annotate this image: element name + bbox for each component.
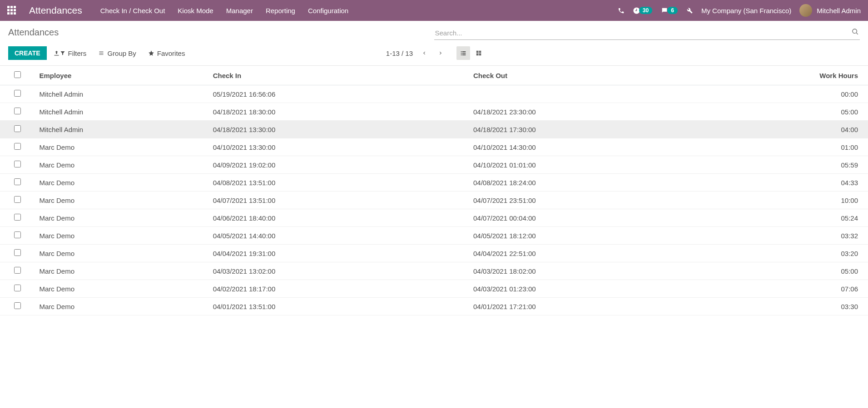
row-checkbox[interactable] — [14, 143, 21, 150]
cell-checkout: 04/07/2021 00:04:00 — [469, 209, 729, 227]
cell-employee: Marc Demo — [35, 209, 208, 227]
activities-button[interactable]: 30 — [633, 7, 652, 15]
cell-employee: Marc Demo — [35, 156, 208, 174]
cell-workhours: 05:00 — [729, 103, 868, 121]
cell-workhours: 10:00 — [729, 192, 868, 209]
select-all-checkbox[interactable] — [14, 71, 21, 78]
search-bar — [434, 27, 860, 40]
row-checkbox[interactable] — [14, 125, 21, 132]
pager-text[interactable]: 1-13 / 13 — [386, 49, 413, 57]
cell-employee: Marc Demo — [35, 280, 208, 298]
row-checkbox[interactable] — [14, 90, 21, 97]
table-row[interactable]: Mitchell Admin05/19/2021 16:56:0600:00 — [0, 85, 868, 103]
avatar — [799, 4, 812, 17]
table-row[interactable]: Marc Demo04/10/2021 13:30:0004/10/2021 1… — [0, 138, 868, 156]
view-list-button[interactable] — [456, 46, 470, 60]
cell-checkout: 04/05/2021 18:12:00 — [469, 227, 729, 245]
col-header-employee[interactable]: Employee — [35, 66, 208, 85]
cell-checkin: 04/18/2021 13:30:00 — [208, 121, 469, 138]
row-checkbox[interactable] — [14, 108, 21, 114]
cell-checkin: 04/02/2021 18:17:00 — [208, 280, 469, 298]
attendance-table: Employee Check In Check Out Work Hours M… — [0, 66, 868, 315]
row-checkbox[interactable] — [14, 196, 21, 203]
cell-checkin: 04/06/2021 18:40:00 — [208, 209, 469, 227]
col-header-workhours[interactable]: Work Hours — [729, 66, 868, 85]
cell-checkin: 04/09/2021 19:02:00 — [208, 156, 469, 174]
table-row[interactable]: Marc Demo04/05/2021 14:40:0004/05/2021 1… — [0, 227, 868, 245]
table-row[interactable]: Mitchell Admin04/18/2021 13:30:0004/18/2… — [0, 121, 868, 138]
filter-icon — [60, 50, 65, 56]
create-button[interactable]: CREATE — [8, 46, 47, 60]
cell-employee: Marc Demo — [35, 227, 208, 245]
row-checkbox[interactable] — [14, 285, 21, 291]
kanban-icon — [475, 50, 482, 56]
col-header-checkin[interactable]: Check In — [208, 66, 469, 85]
pager-prev[interactable] — [419, 48, 429, 58]
control-panel: Attendances CREATE Filters Group By — [0, 21, 868, 66]
cell-employee: Mitchell Admin — [35, 103, 208, 121]
company-switcher[interactable]: My Company (San Francisco) — [701, 7, 791, 15]
nav-manager[interactable]: Manager — [226, 7, 253, 15]
table-row[interactable]: Marc Demo04/09/2021 19:02:0004/10/2021 0… — [0, 156, 868, 174]
row-checkbox[interactable] — [14, 267, 21, 274]
cell-checkin: 04/08/2021 13:51:00 — [208, 174, 469, 192]
row-checkbox[interactable] — [14, 231, 21, 238]
nav-links: Check In / Check Out Kiosk Mode Manager … — [100, 7, 348, 15]
app-brand[interactable]: Attendances — [29, 5, 82, 16]
col-header-checkout[interactable]: Check Out — [469, 66, 729, 85]
row-checkbox[interactable] — [14, 249, 21, 256]
groupby-button[interactable]: Group By — [98, 49, 136, 57]
user-menu[interactable]: Mitchell Admin — [799, 4, 861, 17]
cell-checkout: 04/04/2021 22:51:00 — [469, 245, 729, 262]
nav-checkin[interactable]: Check In / Check Out — [100, 7, 165, 15]
table-row[interactable]: Marc Demo04/01/2021 13:51:0004/01/2021 1… — [0, 298, 868, 315]
chevron-left-icon — [422, 50, 427, 56]
cell-workhours: 01:00 — [729, 138, 868, 156]
cell-workhours: 04:33 — [729, 174, 868, 192]
cell-checkout: 04/01/2021 17:21:00 — [469, 298, 729, 315]
nav-configuration[interactable]: Configuration — [308, 7, 348, 15]
cell-workhours: 03:30 — [729, 298, 868, 315]
favorites-button[interactable]: Favorites — [148, 49, 185, 57]
topbar: Attendances Check In / Check Out Kiosk M… — [0, 0, 868, 21]
row-checkbox[interactable] — [14, 178, 21, 185]
cell-checkout: 04/10/2021 01:01:00 — [469, 156, 729, 174]
cell-checkout: 04/07/2021 23:51:00 — [469, 192, 729, 209]
table-row[interactable]: Marc Demo04/08/2021 13:51:0004/08/2021 1… — [0, 174, 868, 192]
nav-kiosk[interactable]: Kiosk Mode — [178, 7, 213, 15]
filters-button[interactable]: Filters — [60, 49, 87, 57]
cell-checkout: 04/03/2021 01:23:00 — [469, 280, 729, 298]
view-kanban-button[interactable] — [472, 46, 486, 60]
search-input[interactable] — [434, 27, 860, 40]
nav-reporting[interactable]: Reporting — [266, 7, 295, 15]
import-button[interactable] — [53, 50, 60, 57]
cell-checkout: 04/03/2021 18:02:00 — [469, 262, 729, 280]
search-icon[interactable] — [852, 28, 859, 35]
messages-button[interactable]: 6 — [660, 7, 678, 14]
apps-icon[interactable] — [7, 6, 16, 15]
table-row[interactable]: Marc Demo04/02/2021 18:17:0004/03/2021 0… — [0, 280, 868, 298]
groupby-icon — [98, 50, 104, 56]
cell-employee: Marc Demo — [35, 174, 208, 192]
cell-employee: Mitchell Admin — [35, 85, 208, 103]
cell-workhours: 03:20 — [729, 245, 868, 262]
user-name: Mitchell Admin — [817, 7, 861, 15]
table-row[interactable]: Marc Demo04/06/2021 18:40:0004/07/2021 0… — [0, 209, 868, 227]
cell-workhours: 07:06 — [729, 280, 868, 298]
pager-next[interactable] — [436, 48, 446, 58]
row-checkbox[interactable] — [14, 214, 21, 221]
cell-employee: Mitchell Admin — [35, 121, 208, 138]
table-row[interactable]: Marc Demo04/07/2021 13:51:0004/07/2021 2… — [0, 192, 868, 209]
cell-checkin: 04/03/2021 13:02:00 — [208, 262, 469, 280]
table-row[interactable]: Marc Demo04/04/2021 19:31:0004/04/2021 2… — [0, 245, 868, 262]
table-row[interactable]: Mitchell Admin04/18/2021 18:30:0004/18/2… — [0, 103, 868, 121]
cell-workhours: 00:00 — [729, 85, 868, 103]
row-checkbox[interactable] — [14, 161, 21, 167]
row-checkbox[interactable] — [14, 302, 21, 309]
groupby-label: Group By — [107, 49, 136, 57]
debug-icon[interactable] — [686, 7, 693, 14]
star-icon — [148, 50, 154, 56]
breadcrumb: Attendances — [8, 27, 59, 38]
table-row[interactable]: Marc Demo04/03/2021 13:02:0004/03/2021 1… — [0, 262, 868, 280]
phone-icon[interactable] — [618, 7, 625, 14]
